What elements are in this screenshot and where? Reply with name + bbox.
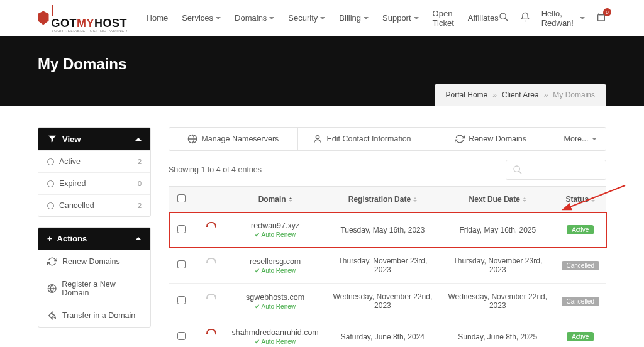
breadcrumb-home[interactable]: Portal Home xyxy=(446,91,488,99)
nav-services[interactable]: Services xyxy=(182,13,221,23)
reg-date: Wednesday, November 22nd, 2023 xyxy=(325,284,440,319)
lock-icon xyxy=(204,329,216,343)
logo-shield-icon xyxy=(38,11,49,25)
logo[interactable]: GOTMYHOST YOUR RELIABLE HOSTING PARTNER xyxy=(38,4,128,33)
action-transfer[interactable]: Transfer in a Domain xyxy=(38,304,150,327)
auto-renew-label: ✔ Auto Renew xyxy=(232,303,319,310)
nav-billing[interactable]: Billing xyxy=(339,13,369,23)
renew-domains-button[interactable]: Renew Domains xyxy=(426,128,555,150)
caret-down-icon xyxy=(580,17,585,19)
svg-point-0 xyxy=(500,13,506,19)
logo-got: GOT xyxy=(52,17,77,30)
filter-icon xyxy=(47,134,57,144)
filter-expired[interactable]: Expired0 xyxy=(38,172,150,194)
nav-domains[interactable]: Domains xyxy=(235,13,274,23)
reg-date: Thursday, November 23rd, 2023 xyxy=(325,248,440,284)
search-input[interactable] xyxy=(506,160,606,180)
page-title: My Domains xyxy=(38,55,606,73)
caret-down-icon xyxy=(414,17,419,19)
cart-icon[interactable]: 0 xyxy=(596,12,606,24)
table-row[interactable]: sgwebhosts.com✔ Auto RenewWednesday, Nov… xyxy=(169,284,606,319)
row-checkbox[interactable] xyxy=(177,260,186,268)
radio-icon xyxy=(47,180,54,187)
col-status[interactable]: Status xyxy=(555,187,606,212)
caret-down-icon xyxy=(364,17,369,19)
table-row[interactable]: shahmdredoanruhid.com✔ Auto RenewSaturda… xyxy=(169,319,606,348)
radio-icon xyxy=(47,202,54,209)
plus-icon: + xyxy=(47,234,52,243)
nav-security[interactable]: Security xyxy=(288,13,325,23)
due-date: Wednesday, November 22nd, 2023 xyxy=(440,284,555,319)
radio-icon xyxy=(47,158,54,165)
caret-down-icon xyxy=(216,17,221,19)
filter-active[interactable]: Active2 xyxy=(38,150,150,172)
status-badge: Active xyxy=(567,225,594,234)
view-panel-header[interactable]: View xyxy=(38,128,150,150)
globe-icon xyxy=(47,284,57,294)
refresh-icon xyxy=(47,256,57,267)
status-badge: Cancelled xyxy=(562,261,599,270)
auto-renew-label: ✔ Auto Renew xyxy=(232,231,319,238)
edit-contact-button[interactable]: Edit Contact Information xyxy=(298,128,427,150)
due-date: Sunday, June 8th, 2025 xyxy=(440,319,555,348)
col-reg[interactable]: Registration Date xyxy=(325,187,440,212)
manage-nameservers-button[interactable]: Manage Nameservers xyxy=(169,128,298,150)
svg-line-1 xyxy=(505,18,508,21)
auto-renew-label: ✔ Auto Renew xyxy=(232,338,319,345)
refresh-icon xyxy=(455,134,465,144)
more-button[interactable]: More... xyxy=(555,128,606,150)
bell-icon[interactable] xyxy=(520,12,530,24)
breadcrumb-client[interactable]: Client Area xyxy=(502,91,539,99)
action-renew[interactable]: Renew Domains xyxy=(38,250,150,273)
status-badge: Active xyxy=(567,332,594,341)
chevron-up-icon xyxy=(135,237,142,240)
reg-date: Saturday, June 8th, 2024 xyxy=(325,319,440,348)
share-icon xyxy=(47,311,57,321)
domain-name: resellersg.com xyxy=(232,257,319,266)
row-checkbox[interactable] xyxy=(177,225,186,233)
domain-name: sgwebhosts.com xyxy=(232,293,319,302)
main-nav: Home Services Domains Security Billing S… xyxy=(147,9,499,28)
row-checkbox[interactable] xyxy=(177,332,186,340)
status-badge: Cancelled xyxy=(562,297,599,306)
logo-host: HOST xyxy=(94,17,127,30)
nav-open-ticket[interactable]: Open Ticket xyxy=(433,9,454,28)
domain-name: shahmdredoanruhid.com xyxy=(232,328,319,337)
actions-panel-header[interactable]: + Actions xyxy=(38,228,150,250)
table-row[interactable]: redwan97.xyz✔ Auto RenewTuesday, May 16t… xyxy=(169,212,606,248)
breadcrumb-current: My Domains xyxy=(553,91,595,99)
domains-table: Domain Registration Date Next Due Date S… xyxy=(169,186,606,347)
user-icon xyxy=(313,134,323,144)
domain-name: redwan97.xyz xyxy=(232,221,319,230)
search-icon[interactable] xyxy=(499,12,509,24)
nav-support[interactable]: Support xyxy=(382,13,419,23)
svg-line-9 xyxy=(519,171,521,174)
chevron-up-icon xyxy=(135,138,142,141)
action-register[interactable]: Register a New Domain xyxy=(38,273,150,304)
nav-affiliates[interactable]: Affiliates xyxy=(468,13,499,23)
user-menu[interactable]: Hello, Redwan! xyxy=(541,9,585,28)
table-row[interactable]: resellersg.com✔ Auto RenewThursday, Nove… xyxy=(169,248,606,284)
reg-date: Tuesday, May 16th, 2023 xyxy=(325,212,440,248)
lock-icon xyxy=(204,258,216,272)
page-hero: My Domains Portal Home » Client Area » M… xyxy=(0,36,644,106)
caret-down-icon xyxy=(592,138,597,140)
globe-icon xyxy=(187,134,197,144)
select-all-checkbox[interactable] xyxy=(177,194,186,202)
lock-icon xyxy=(204,294,216,307)
filter-cancelled[interactable]: Cancelled2 xyxy=(38,194,150,216)
logo-my: MY xyxy=(77,17,94,30)
cart-badge: 0 xyxy=(603,8,611,16)
showing-text: Showing 1 to 4 of 4 entries xyxy=(169,165,262,174)
topbar: GOTMYHOST YOUR RELIABLE HOSTING PARTNER … xyxy=(0,0,644,36)
logo-subtitle: YOUR RELIABLE HOSTING PARTNER xyxy=(52,29,128,33)
actions-panel: + Actions Renew Domains Register a New D… xyxy=(38,227,151,328)
search-icon xyxy=(513,165,523,175)
auto-renew-label: ✔ Auto Renew xyxy=(232,267,319,274)
breadcrumb: Portal Home » Client Area » My Domains xyxy=(435,84,606,106)
row-checkbox[interactable] xyxy=(177,296,186,304)
due-date: Friday, May 16th, 2025 xyxy=(440,212,555,248)
col-domain[interactable]: Domain xyxy=(226,187,325,212)
nav-home[interactable]: Home xyxy=(147,13,169,23)
col-due[interactable]: Next Due Date xyxy=(440,187,555,212)
